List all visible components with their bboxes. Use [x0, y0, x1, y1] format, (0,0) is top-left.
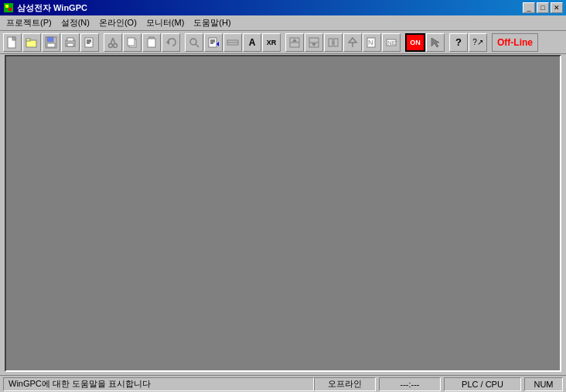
tb-offline-label: Off-Line [492, 33, 538, 52]
tb-copy-button[interactable] [123, 33, 142, 52]
tb-paste-button[interactable] [142, 33, 161, 52]
main-area [5, 55, 561, 372]
tb-separator-4 [401, 33, 404, 52]
status-time: ---:--- [379, 377, 441, 391]
svg-text:N: N [368, 39, 373, 46]
svg-rect-6 [26, 40, 36, 47]
title-left: 삼성전자 WinGPC [3, 2, 87, 14]
svg-rect-49 [387, 39, 396, 46]
svg-rect-34 [227, 40, 238, 45]
tb-separator-1 [100, 33, 103, 52]
tb-btn6[interactable] [285, 33, 304, 52]
tb-help-button[interactable]: ? [449, 33, 468, 52]
tb-separator-2 [181, 33, 184, 52]
tb-undo-button[interactable] [162, 33, 180, 52]
tb-new-button[interactable] [3, 33, 22, 52]
time-text: ---:--- [400, 380, 419, 389]
tb-print-button[interactable] [61, 33, 80, 52]
svg-rect-3 [8, 37, 15, 48]
svg-marker-41 [312, 43, 316, 46]
tb-btn8[interactable] [324, 33, 343, 52]
svg-rect-14 [85, 38, 93, 47]
svg-point-19 [114, 43, 118, 47]
maximize-button[interactable]: □ [537, 2, 549, 13]
tb-open-button[interactable] [22, 33, 41, 52]
status-num: NUM [524, 377, 563, 391]
svg-rect-1 [5, 5, 9, 8]
status-plc-cpu: PLC / CPU [444, 377, 521, 391]
menu-project[interactable]: 프로젝트(P) [2, 15, 56, 30]
minimize-button[interactable]: _ [523, 2, 535, 13]
svg-rect-11 [66, 40, 75, 46]
svg-line-21 [113, 38, 115, 44]
svg-point-27 [190, 39, 196, 45]
svg-line-5 [12, 37, 15, 40]
close-button[interactable]: ✕ [551, 2, 563, 13]
svg-line-28 [196, 44, 199, 47]
plc-cpu-text: PLC / CPU [462, 380, 503, 389]
svg-rect-0 [4, 3, 13, 12]
status-help: WinGPC에 대한 도움말을 표시합니다 [3, 377, 314, 391]
svg-rect-9 [47, 37, 53, 42]
svg-rect-39 [309, 38, 319, 47]
svg-marker-51 [431, 38, 439, 47]
svg-marker-26 [166, 40, 169, 45]
svg-rect-4 [12, 37, 15, 40]
title-buttons: _ □ ✕ [523, 2, 563, 13]
menu-online[interactable]: 온라인(O) [94, 15, 142, 30]
svg-rect-24 [149, 37, 154, 40]
tb-cut-button[interactable] [104, 33, 122, 52]
tb-find-button[interactable] [185, 33, 203, 52]
tb-separator-5 [445, 33, 448, 52]
tb-help2-button[interactable]: ?↗ [469, 33, 487, 52]
tb-on-button[interactable]: ON [405, 33, 425, 52]
tb-btn10[interactable]: N [363, 33, 381, 52]
tb-write-button[interactable] [204, 33, 223, 52]
svg-rect-7 [26, 39, 30, 41]
tb-save-button[interactable] [42, 33, 60, 52]
svg-line-20 [111, 38, 113, 44]
svg-point-18 [109, 43, 113, 47]
tb-separator-6 [488, 33, 491, 52]
toolbar: A XR N [0, 31, 566, 54]
mode-text: 오프라인 [328, 378, 362, 390]
svg-rect-13 [67, 43, 73, 46]
tb-print-preview-button[interactable] [80, 33, 99, 52]
status-mode: 오프라인 [314, 377, 376, 391]
menu-bar: 프로젝트(P) 설정(N) 온라인(O) 모니터(M) 도움말(H) [0, 15, 566, 31]
svg-marker-33 [217, 42, 219, 46]
tb-btn11[interactable]: NET [382, 33, 401, 52]
svg-rect-12 [67, 38, 73, 41]
svg-rect-10 [47, 43, 55, 47]
menu-help[interactable]: 도움말(H) [189, 15, 235, 30]
status-bar: WinGPC에 대한 도움말을 표시합니다 오프라인 ---:--- PLC /… [0, 375, 566, 392]
tb-cursor-button[interactable] [426, 33, 445, 52]
tb-btn7[interactable] [305, 33, 323, 52]
help-text: WinGPC에 대한 도움말을 표시합니다 [9, 378, 151, 390]
app-icon [3, 2, 14, 13]
svg-rect-36 [290, 38, 299, 47]
svg-rect-43 [334, 39, 338, 46]
svg-text:NET: NET [387, 39, 397, 46]
svg-rect-8 [46, 37, 56, 48]
svg-rect-23 [128, 38, 135, 46]
tb-btn9[interactable] [343, 33, 362, 52]
menu-settings[interactable]: 설정(N) [56, 15, 94, 30]
svg-rect-29 [209, 38, 217, 47]
svg-rect-25 [148, 39, 155, 47]
num-text: NUM [534, 380, 553, 389]
tb-separator-3 [281, 33, 285, 52]
svg-rect-22 [129, 39, 136, 47]
menu-monitor[interactable]: 모니터(M) [142, 15, 189, 30]
svg-marker-38 [292, 39, 297, 42]
tb-rung-button[interactable] [223, 33, 242, 52]
svg-marker-45 [349, 38, 356, 43]
tb-a-button[interactable]: A [243, 33, 261, 52]
svg-rect-42 [329, 39, 332, 46]
svg-rect-47 [367, 38, 375, 47]
title-bar: 삼성전자 WinGPC _ □ ✕ [0, 0, 566, 15]
title-text: 삼성전자 WinGPC [17, 2, 87, 14]
tb-xr-button[interactable]: XR [262, 33, 281, 52]
svg-rect-2 [9, 8, 12, 11]
